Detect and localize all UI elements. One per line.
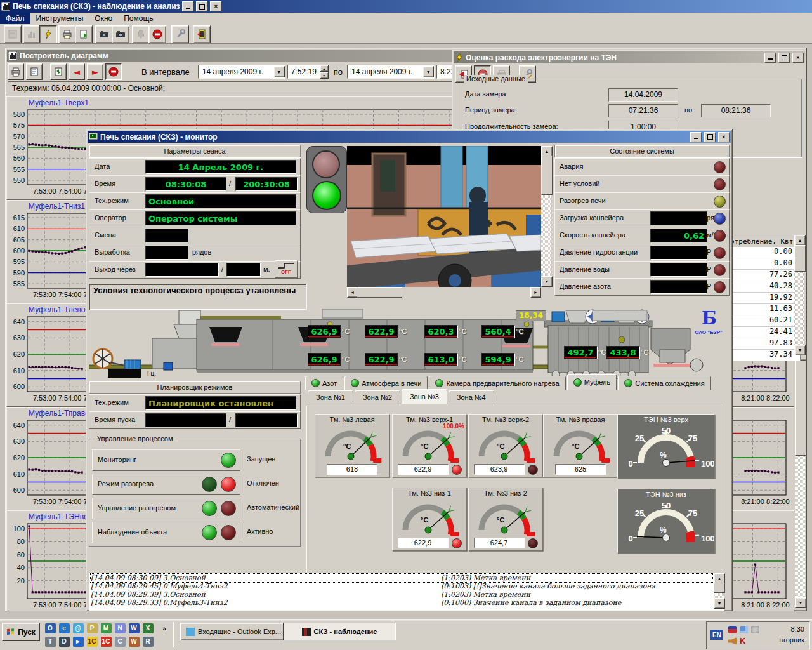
exit-toggle[interactable]: OFF: [275, 260, 298, 278]
network-icon[interactable]: [740, 626, 748, 633]
quick-launch-printer-icon[interactable]: P: [87, 623, 98, 633]
quick-launch-netmeeting-icon[interactable]: N: [115, 623, 126, 633]
quick-launch-overflow[interactable]: »: [162, 625, 166, 632]
log-entry[interactable]: [14.04.09 08:29.33] 0.Муфель3-Тниз2(0:10…: [91, 599, 712, 607]
export-button[interactable]: [75, 25, 93, 43]
scrollbar-thumb[interactable]: [794, 245, 806, 272]
menu-item-3[interactable]: Окно: [89, 13, 118, 24]
state-value-display: [650, 246, 707, 260]
scrollbar-thumb[interactable]: [714, 583, 725, 593]
date-to-dropdown-icon[interactable]: ▼: [422, 66, 434, 77]
scroll-down-icon[interactable]: ▼: [714, 598, 725, 609]
stop-button[interactable]: [148, 25, 166, 43]
exit-button[interactable]: [193, 25, 211, 43]
time-from-down-icon[interactable]: ▼: [320, 72, 329, 79]
scroll-down-icon[interactable]: ▼: [794, 345, 806, 355]
maximize-button[interactable]: [196, 1, 207, 11]
scheduler-row-start: Время пуска /: [89, 411, 301, 429]
scrollbar-thumb[interactable]: [541, 156, 553, 195]
camera-button[interactable]: [95, 25, 113, 43]
quick-launch-media-player-icon[interactable]: ►: [73, 637, 84, 647]
svg-text:610: 610: [13, 225, 25, 232]
zone-tab-1[interactable]: Зона №1: [308, 390, 353, 404]
window-icon-button[interactable]: [4, 25, 22, 43]
svg-text:°C: °C: [497, 442, 504, 450]
volume-muted-icon[interactable]: [751, 626, 759, 633]
tab-3[interactable]: Камера предварительного нагрева: [429, 376, 565, 390]
prev-interval-button[interactable]: ◄: [69, 63, 85, 80]
scroll-up-icon[interactable]: ▲: [794, 235, 806, 246]
monitor-maximize-button[interactable]: [704, 132, 716, 142]
energy-scrollbar[interactable]: ▲ ▼: [794, 235, 804, 355]
zone-tab-3[interactable]: Зона №3: [402, 389, 447, 404]
scrollbar-thumb[interactable]: [357, 287, 402, 298]
print-chart-button[interactable]: [8, 63, 24, 80]
tab-1[interactable]: Азот: [305, 376, 343, 390]
quick-launch-word-icon[interactable]: W: [129, 623, 140, 633]
monitor-minimize-button[interactable]: [690, 132, 702, 142]
quick-launch-1c-v8-icon[interactable]: 1С: [87, 637, 98, 647]
state-value-display: 0,62: [650, 229, 707, 242]
quick-launch-1c-v8-enterprise-icon[interactable]: 1С: [101, 637, 112, 647]
stop-refresh-button[interactable]: [105, 63, 122, 80]
floppy-icon[interactable]: [728, 626, 737, 633]
tab-5[interactable]: Система охлаждения: [618, 376, 710, 390]
log-scrollbar[interactable]: ▲ ▼: [714, 573, 724, 609]
next-interval-button[interactable]: ►: [87, 63, 103, 80]
energy-tool-button[interactable]: [39, 25, 57, 43]
settings-wrench-button[interactable]: [171, 25, 189, 43]
log-entry[interactable]: [14.04.09 08:29.45] 0.Муфель4-Тниз2(0:10…: [91, 582, 712, 590]
quick-launch-display-properties-icon[interactable]: D: [59, 637, 70, 647]
quick-launch-phone-icon[interactable]: T: [45, 637, 56, 647]
quick-launch-remote-admin-icon[interactable]: R: [143, 637, 154, 647]
quick-launch-winamp-icon[interactable]: W: [129, 637, 140, 647]
temp-display-top: 622,9°C: [365, 325, 407, 338]
quick-launch-outlook-express-icon[interactable]: @: [73, 623, 84, 633]
camera2-button[interactable]: [112, 25, 129, 43]
chart-properties-button[interactable]: [26, 63, 43, 80]
scroll-right-icon[interactable]: ►: [530, 287, 541, 298]
chart-builder-button[interactable]: [23, 25, 41, 43]
quick-launch-outlook-icon[interactable]: O: [45, 623, 56, 633]
language-indicator[interactable]: EN: [710, 630, 723, 640]
menu-item-2[interactable]: Инструменты: [30, 13, 89, 24]
quick-launch-excel-icon[interactable]: X: [143, 623, 154, 633]
print-button[interactable]: [58, 25, 76, 43]
date-from-dropdown-icon[interactable]: ▼: [273, 66, 285, 77]
camera-vscroll[interactable]: ▲ ▼: [541, 146, 551, 287]
log-entry[interactable]: [14.04.09 08:30.09] 3.Основной(1:0203) М…: [91, 574, 712, 582]
energy-maximize-button[interactable]: [778, 53, 790, 63]
refresh-button[interactable]: [50, 63, 67, 80]
scroll-down-icon[interactable]: ▼: [795, 597, 806, 608]
scroll-down-icon[interactable]: ▼: [541, 276, 553, 287]
alarm-bell-button[interactable]: [132, 25, 150, 43]
date-to-combo[interactable]: 14 апреля 2009 г. ▼: [347, 65, 435, 79]
start-button[interactable]: Пуск: [2, 623, 40, 641]
close-button[interactable]: ×: [210, 1, 221, 11]
log-entry[interactable]: [14.04.09 08:29.39] 3.Основной(1:0203) М…: [91, 590, 712, 599]
process-conditions-text: Условия технологического процесса утанов…: [89, 284, 307, 310]
date-from-combo[interactable]: 14 апреля 2009 г. ▼: [198, 65, 285, 79]
task-button-2[interactable]: СКЗ - наблюдение: [283, 623, 396, 640]
energy-close-button[interactable]: ×: [792, 53, 804, 63]
hz-label: Гц.: [147, 370, 156, 377]
task-button-1[interactable]: Входящие - Outlook Exp...: [180, 623, 287, 640]
quick-launch-cd-player-icon[interactable]: C: [115, 637, 126, 647]
menu-item-4[interactable]: Помощь: [118, 13, 159, 24]
time-from-up-icon[interactable]: ▲: [320, 65, 329, 72]
time-from-spinner[interactable]: 7:52:19 ▲▼: [287, 65, 329, 79]
minimize-button[interactable]: [182, 1, 193, 11]
menu-item-1[interactable]: Файл: [0, 13, 30, 24]
energy-minimize-button[interactable]: [764, 53, 776, 63]
quick-launch-messenger-icon[interactable]: M: [101, 623, 112, 633]
speaker-icon[interactable]: [728, 637, 737, 645]
kaspersky-icon[interactable]: K: [740, 636, 748, 644]
tab-4[interactable]: Муфель: [567, 374, 617, 390]
zone-tab-4[interactable]: Зона №4: [449, 390, 494, 404]
output-unit: рядов: [192, 248, 211, 256]
monitor-close-button[interactable]: ×: [718, 132, 730, 142]
tab-2[interactable]: Атмосфера в печи: [344, 376, 428, 390]
zone-tab-2[interactable]: Зона №2: [355, 390, 400, 404]
quick-launch-internet-explorer-icon[interactable]: e: [59, 623, 70, 633]
camera-hscroll[interactable]: ◄ ►: [347, 287, 541, 296]
